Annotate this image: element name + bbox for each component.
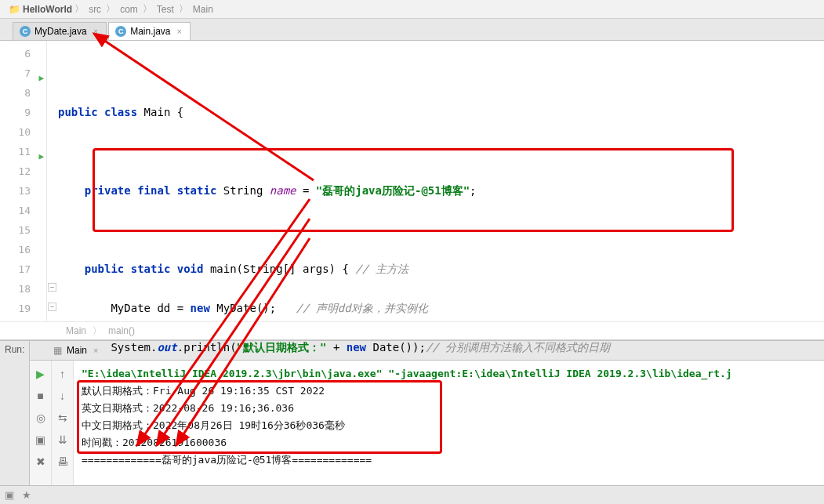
gutter-line: 13 [0, 181, 46, 201]
run-label: Run: [0, 340, 30, 504]
bottom-toolbar: ▣ ★ [0, 485, 824, 504]
crumb-project[interactable]: HelloWorld [23, 4, 72, 15]
gutter-line: 12 [0, 161, 46, 181]
gutter-line: 10 [0, 122, 46, 142]
gutter-line: 16 [0, 240, 46, 259]
folder-icon: 📁 [9, 4, 20, 15]
console-line: =============磊哥的java历险记-@51博客===========… [82, 451, 816, 469]
console-line: 中文日期格式：2022年08月26日 19时16分36秒036毫秒 [82, 417, 816, 434]
console-line: 英文日期格式：2022-08-26 19:16;36.036 [82, 400, 816, 417]
crumb-test[interactable]: Test [157, 4, 174, 15]
crumb-com[interactable]: com [120, 4, 138, 15]
tab-mydate[interactable]: C MyDate.java × [13, 22, 107, 40]
gutter-line: 6 [0, 44, 46, 63]
stop-icon[interactable]: ■ [34, 389, 48, 403]
down-icon[interactable]: ↓ [56, 389, 70, 403]
editor: 6 7▶ 8 9 10 11▶ 12 13 14 15 16 17 18− 19… [0, 41, 824, 321]
console-command: "E:\idea\IntelliJ IDEA 2019.2.3\jbr\bin\… [82, 365, 816, 383]
crumb-src[interactable]: src [89, 4, 101, 15]
gutter-line: 8 [0, 83, 46, 103]
run-panel: Run: ▦ Main × ▶ ■ ◎ ▣ ✖ ↑ ↓ ⇆ ⇊ 🖶 "E:\id… [0, 340, 824, 504]
run-toolbar-primary: ▶ ■ ◎ ▣ ✖ [30, 361, 52, 504]
code-area[interactable]: public class Main { private final static… [47, 41, 824, 321]
gutter-line: 11▶ [0, 142, 46, 161]
class-icon: C [20, 26, 31, 37]
editor-tabs: C MyDate.java × C Main.java × [0, 19, 824, 41]
console-output[interactable]: "E:\idea\IntelliJ IDEA 2019.2.3\jbr\bin\… [74, 361, 824, 504]
gutter-line: 17 [0, 259, 46, 279]
gutter-line: 15 [0, 220, 46, 240]
gutter-line: 14 [0, 201, 46, 220]
pin-icon[interactable]: ✖ [34, 455, 48, 469]
gutter-line: 7▶ [0, 63, 46, 83]
console-line: 默认日期格式：Fri Aug 26 19:16:35 CST 2022 [82, 383, 816, 400]
rerun-icon[interactable]: ▶ [34, 367, 48, 381]
favorites-icon[interactable]: ★ [22, 489, 31, 501]
up-icon[interactable]: ↑ [56, 367, 70, 381]
tab-main[interactable]: C Main.java × [108, 22, 191, 40]
breadcrumb: 📁 HelloWorld 〉src 〉com 〉Test 〉Main [0, 0, 824, 19]
crumb-main[interactable]: Main [193, 4, 213, 15]
close-icon[interactable]: × [93, 27, 98, 36]
console-line: 时间戳：20220826191600036 [82, 434, 816, 451]
wrap-icon[interactable]: ⇆ [56, 411, 70, 425]
close-icon[interactable]: × [177, 27, 182, 36]
gutter-line: 18− [0, 279, 46, 299]
terminal-icon[interactable]: ▣ [5, 489, 14, 501]
print-icon[interactable]: 🖶 [56, 455, 70, 469]
gutter: 6 7▶ 8 9 10 11▶ 12 13 14 15 16 17 18− 19… [0, 41, 47, 321]
dump-icon[interactable]: ◎ [34, 411, 48, 425]
tab-label: MyDate.java [34, 26, 87, 37]
gutter-line: 9 [0, 103, 46, 122]
class-icon: C [115, 26, 126, 37]
tab-label: Main.java [130, 26, 170, 37]
layout-icon[interactable]: ▣ [34, 433, 48, 447]
gutter-line: 19− [0, 299, 46, 318]
run-toolbar-secondary: ↑ ↓ ⇆ ⇊ 🖶 [52, 361, 74, 504]
scroll-icon[interactable]: ⇊ [56, 433, 70, 447]
